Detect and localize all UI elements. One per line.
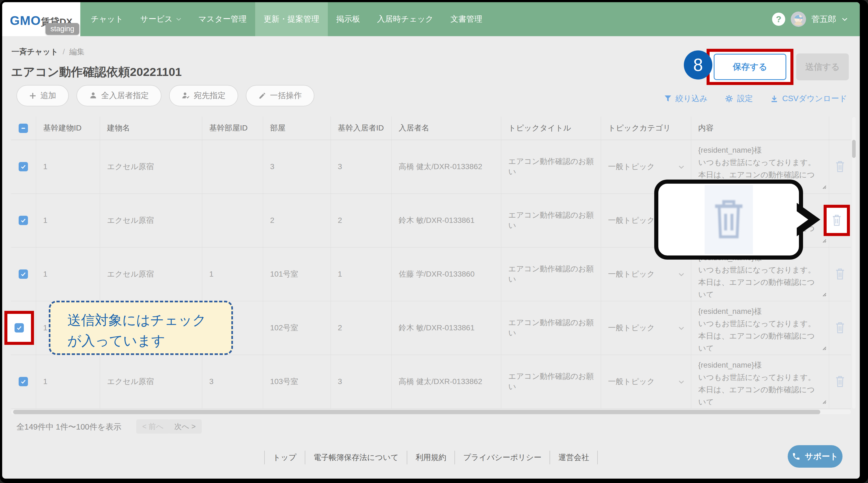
all-residents-button[interactable]: 全入居者指定 <box>76 85 161 107</box>
row-checkbox[interactable] <box>19 269 28 279</box>
row-checkbox[interactable] <box>14 323 24 333</box>
delete-row-button[interactable] <box>835 268 845 280</box>
breadcrumb-root[interactable]: 一斉チャット <box>11 47 58 57</box>
cell-room-id: 1 <box>202 247 263 301</box>
cell-resident-name: 高橋 健太/DXR-0133862 <box>392 355 501 409</box>
cell-room-id: 3 <box>202 355 263 409</box>
footer-link-terms[interactable]: 利用規約 <box>407 451 455 464</box>
send-button[interactable]: 送信する <box>796 54 849 80</box>
prev-page-button[interactable]: < 前へ <box>136 419 169 434</box>
content-textarea[interactable]: {resident_name}様 いつもお世話になっております。 本日は、エアコ… <box>691 301 829 351</box>
cell-room-id <box>202 193 263 247</box>
resize-handle-icon <box>820 183 827 189</box>
nav-item-documents[interactable]: 文書管理 <box>442 2 491 36</box>
nav-item-movein-check[interactable]: 入居時チェック <box>369 2 442 36</box>
textarea-resize-handle[interactable] <box>820 344 827 353</box>
textarea-resize-handle[interactable] <box>820 183 827 191</box>
col-header-content: 内容 <box>691 117 829 140</box>
nav-item-master[interactable]: マスター管理 <box>190 2 255 36</box>
next-page-button[interactable]: 次へ > <box>168 419 202 434</box>
person-icon <box>89 92 97 100</box>
funnel-icon <box>664 95 672 103</box>
annotation-note: 送信対象にはチェック が入っています <box>49 301 233 355</box>
cell-building-name: エクセル原宿 <box>100 247 202 301</box>
add-button[interactable]: 追加 <box>17 85 69 107</box>
recipients-button[interactable]: 宛先指定 <box>169 85 238 107</box>
delete-row-button[interactable] <box>832 215 842 226</box>
footer-link-top[interactable]: トップ <box>264 451 305 464</box>
support-button[interactable]: サポート <box>788 445 842 467</box>
screen: GMO賃貸DX staging チャット サービス マスター管理 更新・提案管理… <box>0 0 868 483</box>
col-header-room-id: 基幹部屋ID <box>202 117 263 140</box>
check-icon <box>16 325 22 331</box>
nav-item-chat[interactable]: チャット <box>82 2 132 36</box>
filter-button[interactable]: 絞り込み <box>664 93 708 104</box>
nav-item-board[interactable]: 掲示板 <box>328 2 369 36</box>
topic-category-select[interactable]: 一般トピック <box>601 301 691 355</box>
annotation-callout-bubble <box>654 180 803 260</box>
vertical-scrollbar-track[interactable] <box>852 117 856 409</box>
content-textarea[interactable]: {resident_name}様 いつもお世話になっております。 本日は、エアコ… <box>691 355 829 405</box>
footer-link-denshichobo[interactable]: 電子帳簿保存法について <box>305 451 407 464</box>
horizontal-scrollbar-thumb[interactable] <box>13 410 820 414</box>
gear-icon <box>725 94 734 103</box>
row-checkbox[interactable] <box>19 377 28 386</box>
logo-gmo: GMO <box>10 13 41 28</box>
col-header-resident-id: 基幹入居者ID <box>331 117 392 140</box>
nav-item-renewal-proposal[interactable]: 更新・提案管理 <box>255 2 328 36</box>
cell-building-id: 1 <box>36 140 100 193</box>
plus-icon <box>29 92 36 99</box>
footer-link-privacy[interactable]: プライバシーポリシー <box>455 451 550 464</box>
col-header-resident-name: 入居者名 <box>392 117 501 140</box>
col-header-topic-title: トピックタイトル <box>501 117 601 140</box>
check-icon <box>20 271 26 277</box>
topic-category-select[interactable]: 一般トピック <box>601 355 691 409</box>
delete-row-button[interactable] <box>835 376 845 387</box>
row-checkbox[interactable] <box>19 216 28 225</box>
chevron-down-icon[interactable] <box>842 17 848 21</box>
cell-topic-title: エアコン動作確認のお願い <box>501 355 601 409</box>
user-avatar[interactable] <box>791 11 806 27</box>
pagination-summary: 全149件中 1件〜100件を表示 <box>17 422 121 432</box>
chevron-down-icon <box>678 165 684 169</box>
cell-topic-title: エアコン動作確認のお願い <box>501 247 601 301</box>
chevron-down-icon <box>678 326 684 330</box>
bulk-actions-button[interactable]: 一括操作 <box>246 85 314 107</box>
select-all-checkbox[interactable] <box>19 124 28 133</box>
annotation-step-badge: 8 <box>684 51 712 80</box>
annotation-trash-highlight <box>824 205 850 236</box>
footer-link-company[interactable]: 運営会社 <box>550 451 598 464</box>
cell-building-id: 1 <box>36 193 100 247</box>
breadcrumb: 一斉チャット / 編集 <box>11 47 85 57</box>
cell-room: 103号室 <box>263 355 331 409</box>
footer: トップ 電子帳簿保存法について 利用規約 プライバシーポリシー 運営会社 <box>2 451 860 464</box>
resize-handle-icon <box>820 398 827 404</box>
table-row: 1 エクセル原宿 3 103号室 3 高橋 健太/DXR-0133862 エアコ… <box>11 355 851 409</box>
app-viewport: GMO賃貸DX staging チャット サービス マスター管理 更新・提案管理… <box>2 2 860 479</box>
download-icon <box>770 94 779 103</box>
textarea-resize-handle[interactable] <box>820 290 827 299</box>
textarea-resize-handle[interactable] <box>820 397 827 406</box>
user-name[interactable]: 菅五郎 <box>811 14 836 25</box>
cell-room: 102号室 <box>263 301 331 355</box>
help-button[interactable]: ? <box>772 12 785 26</box>
trash-icon <box>835 322 845 334</box>
settings-button[interactable]: 設定 <box>725 93 753 104</box>
vertical-scrollbar-thumb[interactable] <box>852 140 856 158</box>
col-header-actions <box>829 117 851 140</box>
save-button[interactable]: 保存する <box>714 54 786 80</box>
row-checkbox[interactable] <box>19 162 28 171</box>
nav-item-service[interactable]: サービス <box>132 2 190 36</box>
delete-row-button[interactable] <box>835 322 845 334</box>
csv-download-button[interactable]: CSVダウンロード <box>770 93 847 104</box>
delete-row-button[interactable] <box>835 161 845 173</box>
col-header-topic-category: トピックカテゴリ <box>601 117 691 140</box>
page-title: エアコン動作確認依頼20221101 <box>11 64 182 80</box>
cell-room: 2 <box>263 193 331 247</box>
recipients-table: 基幹建物ID 建物名 基幹部屋ID 部屋 基幹入居者ID 入居者名 トピックタイ… <box>11 117 851 409</box>
check-icon <box>20 217 26 223</box>
cell-resident-id: 3 <box>331 140 392 193</box>
toolbar: 追加 全入居者指定 宛先指定 一括操作 <box>17 85 314 107</box>
trash-icon <box>835 161 845 173</box>
textarea-resize-handle[interactable] <box>820 236 827 245</box>
